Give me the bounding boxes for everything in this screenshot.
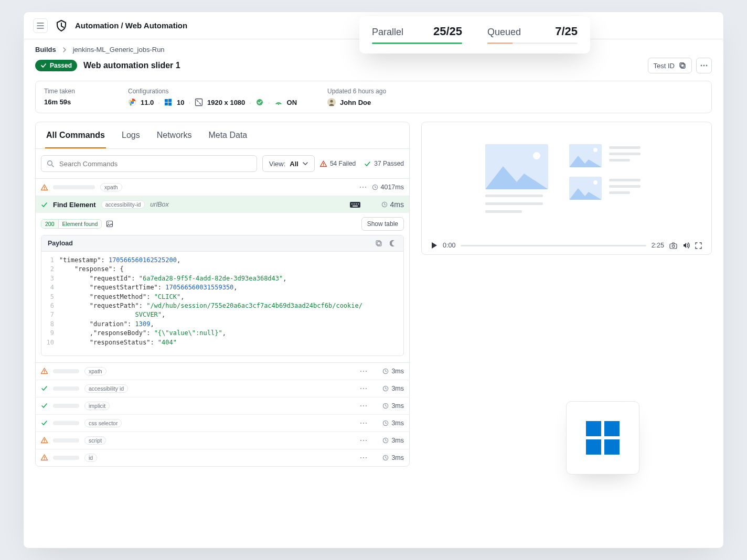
svg-point-50 [44, 442, 45, 443]
warning-icon [41, 184, 48, 191]
command-row[interactable]: id3ms [36, 449, 409, 466]
failed-count: 54 Failed [320, 160, 356, 167]
image-icon[interactable] [106, 220, 113, 228]
svg-rect-8 [168, 99, 172, 102]
svg-point-38 [360, 388, 361, 389]
video-current-time: 0:00 [443, 242, 455, 249]
signal-icon [274, 98, 283, 106]
selector-chip: css selector [84, 419, 122, 427]
status-chip: 200 Element found [41, 219, 102, 229]
hamburger-menu[interactable] [33, 18, 48, 33]
theme-icon[interactable] [390, 240, 397, 247]
search-input[interactable] [58, 159, 251, 168]
row-more-button[interactable] [360, 387, 367, 390]
fullscreen-icon[interactable] [695, 242, 702, 249]
svg-point-34 [360, 371, 361, 372]
row-more-button[interactable] [360, 422, 367, 424]
windows-version: 10 [177, 99, 184, 106]
svg-point-42 [360, 405, 361, 406]
command-time: 4ms [390, 200, 404, 209]
copy-icon [679, 62, 686, 69]
search-input-wrap[interactable] [41, 155, 257, 172]
svg-point-52 [363, 440, 364, 441]
svg-point-24 [354, 203, 355, 204]
config-label: Configurations [128, 88, 317, 95]
placeholder-image-icon [569, 177, 602, 200]
status-badge: Passed [35, 60, 77, 71]
svg-rect-1 [680, 63, 684, 67]
svg-point-43 [363, 405, 364, 406]
svg-rect-27 [353, 206, 358, 207]
command-name: Find Element [53, 201, 96, 209]
command-row[interactable]: accessibility id3ms [36, 380, 409, 397]
row-more-button[interactable] [360, 457, 367, 459]
command-time: 4017ms [381, 184, 404, 191]
svg-point-51 [360, 440, 361, 441]
svg-point-13 [278, 104, 279, 105]
more-button[interactable] [696, 58, 712, 73]
tab-meta-data[interactable]: Meta Data [207, 122, 248, 148]
show-table-button[interactable]: Show table [361, 217, 404, 231]
passed-count: 37 Passed [364, 160, 404, 167]
row-more-button[interactable] [359, 186, 367, 188]
tab-networks[interactable]: Networks [156, 122, 193, 148]
video-preview-card: 0:00 2:25 [421, 122, 712, 255]
svg-point-55 [44, 459, 45, 460]
time-taken-label: Time taken [44, 88, 118, 95]
copy-icon[interactable] [375, 240, 382, 247]
svg-point-30 [108, 222, 109, 223]
page-title: Web automation slider 1 [83, 61, 180, 70]
camera-icon[interactable] [669, 242, 677, 249]
svg-point-18 [359, 187, 360, 188]
test-id-button[interactable]: Test ID [648, 58, 692, 73]
breadcrumb-root[interactable]: Builds [35, 46, 56, 53]
row-more-button[interactable] [360, 439, 367, 441]
svg-point-61 [533, 152, 540, 159]
tab-logs[interactable]: Logs [121, 122, 141, 148]
svg-point-40 [366, 388, 367, 389]
check-icon [41, 201, 48, 208]
view-select[interactable]: View: All [262, 155, 315, 172]
warning-icon [41, 454, 48, 461]
app-logo-icon [55, 19, 68, 32]
row-more-button[interactable] [360, 370, 367, 372]
play-button[interactable] [431, 242, 437, 249]
stats-card: Parallel 25/25 Queued 7/25 [359, 16, 590, 53]
svg-point-33 [44, 373, 45, 374]
svg-rect-0 [681, 64, 685, 68]
svg-rect-31 [377, 242, 381, 246]
command-time: 3ms [391, 419, 404, 427]
command-row[interactable]: xpath 4017ms [36, 179, 409, 196]
command-row[interactable]: xpath3ms [36, 363, 409, 380]
command-row[interactable]: implicit3ms [36, 397, 409, 415]
clock-icon [381, 201, 388, 208]
svg-point-57 [363, 457, 364, 458]
svg-point-63 [593, 148, 597, 152]
check-icon [41, 419, 48, 426]
chrome-icon [128, 98, 136, 106]
command-row[interactable]: css selector3ms [36, 415, 409, 432]
warning-icon [320, 160, 327, 167]
volume-icon[interactable] [682, 242, 690, 249]
svg-point-23 [351, 203, 353, 204]
tab-all-commands[interactable]: All Commands [45, 122, 106, 148]
selector-chip: accessibility id [84, 384, 128, 393]
svg-point-36 [366, 371, 367, 372]
local-value: ON [287, 99, 297, 106]
svg-point-19 [362, 187, 363, 188]
row-more-button[interactable] [360, 405, 367, 407]
video-progress[interactable] [461, 245, 646, 246]
command-row[interactable]: script3ms [36, 432, 409, 449]
command-time: 3ms [391, 437, 404, 444]
svg-point-3 [703, 65, 705, 67]
svg-point-17 [44, 189, 45, 190]
svg-point-2 [701, 65, 702, 67]
selector-chip: xpath [100, 183, 122, 191]
command-time: 3ms [391, 402, 404, 410]
svg-rect-66 [670, 244, 677, 249]
svg-rect-29 [107, 221, 113, 227]
svg-rect-22 [350, 202, 360, 208]
check-icon [41, 402, 48, 409]
search-icon [47, 160, 54, 167]
breadcrumb-current: jenkins-ML_Generic_jobs-Run [73, 46, 165, 53]
